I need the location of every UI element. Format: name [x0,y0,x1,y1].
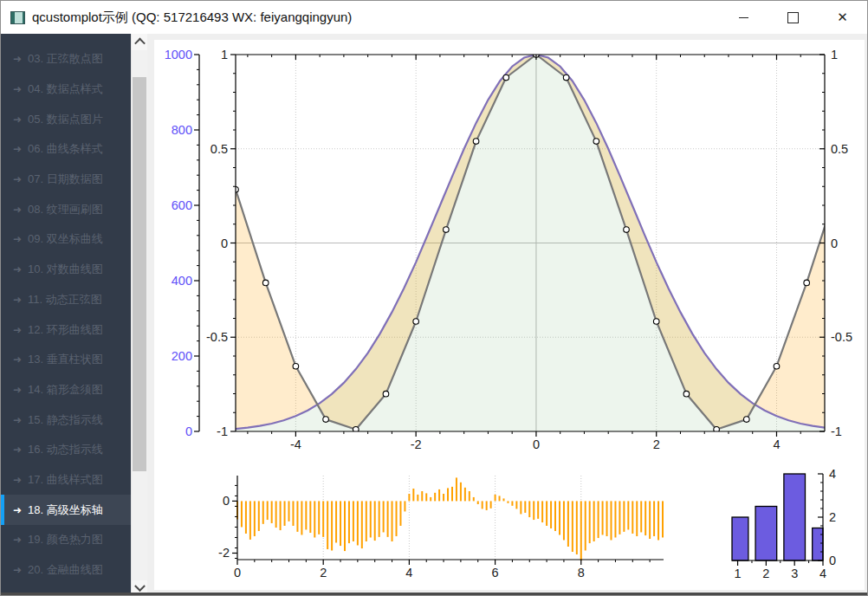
sidebar-item-label: 19. 颜色热力图 [28,532,103,547]
sidebar-item-label: 06. 曲线条样式 [28,141,103,157]
svg-text:2: 2 [829,510,836,524]
sidebar-item-08[interactable]: ➜08. 纹理画刷图 [1,194,131,224]
window-title: qcustomplot示例 (QQ: 517216493 WX: feiyang… [32,10,352,26]
close-button[interactable]: ✕ [818,1,867,34]
selected-accent-bar [1,555,4,586]
arrow-icon: ➜ [13,324,22,336]
arrow-icon: ➜ [13,504,22,516]
svg-text:2: 2 [653,437,660,451]
selected-accent-bar [1,405,4,435]
svg-text:3: 3 [791,567,798,580]
sidebar-item-20[interactable]: ➜20. 金融曲线图 [1,555,131,586]
arrow-icon: ➜ [13,53,22,65]
svg-text:600: 600 [172,198,192,212]
selected-accent-bar [1,525,4,555]
svg-text:0: 0 [185,424,192,438]
selected-accent-bar [1,255,4,285]
chevron-down-icon [134,580,146,592]
sidebar-item-03[interactable]: ➜03. 正弦散点图 [1,44,131,74]
svg-text:400: 400 [172,274,192,288]
sidebar-item-06[interactable]: ➜06. 曲线条样式 [1,134,131,165]
app-window: qcustomplot示例 (QQ: 517216493 WX: feiyang… [0,0,868,596]
svg-text:0: 0 [223,494,230,508]
svg-text:-1: -1 [831,424,842,438]
sidebar-item-05[interactable]: ➜05. 数据点图片 [1,104,131,134]
sidebar-item-label: 04. 数据点样式 [28,81,103,97]
svg-text:8: 8 [578,566,585,580]
arrow-icon: ➜ [13,263,22,275]
sidebar-item-label: 18. 高级坐标轴 [28,502,103,518]
selected-accent-bar [1,345,4,375]
svg-text:-1: -1 [217,424,228,438]
selected-accent-bar [1,165,4,195]
scrollbar-thumb[interactable] [133,77,146,471]
scroll-up-button[interactable] [132,34,147,50]
svg-text:0: 0 [829,554,836,567]
svg-text:4: 4 [819,567,826,580]
maximize-icon [787,12,799,23]
selected-accent-bar [1,465,4,496]
arrow-icon: ➜ [13,534,22,546]
sidebar-item-14[interactable]: ➜14. 箱形盒须图 [1,375,131,405]
plot-page: -4-2024110.50.500-0.5-0.5-1-102004006008… [147,34,868,596]
arrow-icon: ➜ [13,384,22,396]
app-icon [10,11,25,24]
svg-text:1: 1 [735,567,742,580]
sidebar-item-10[interactable]: ➜10. 对数曲线图 [1,255,131,285]
svg-text:800: 800 [172,123,192,137]
sidebar-item-label: 17. 曲线样式图 [28,472,103,488]
window-controls: ✕ [719,1,867,34]
svg-text:1: 1 [831,48,838,62]
sidebar-item-04[interactable]: ➜04. 数据点样式 [1,74,131,105]
sidebar-item-label: 14. 箱形盒须图 [28,382,103,398]
sidebar-item-label: 15. 静态指示线 [28,412,103,428]
sidebar-item-19[interactable]: ➜19. 颜色热力图 [1,525,131,555]
arrow-icon: ➜ [13,113,22,126]
minimize-button[interactable] [719,1,768,34]
selected-accent-bar [1,194,4,224]
qcustomplot-canvas[interactable]: -4-2024110.50.500-0.5-0.5-1-102004006008… [147,34,868,596]
sidebar-item-12[interactable]: ➜12. 环形曲线图 [1,314,131,345]
sidebar-item-label: 13. 垂直柱状图 [28,352,103,367]
svg-text:0: 0 [831,236,838,250]
selected-accent-bar [1,375,4,405]
selected-accent-bar [1,495,4,525]
sidebar-item-13[interactable]: ➜13. 垂直柱状图 [1,345,131,375]
sidebar-item-07[interactable]: ➜07. 日期数据图 [1,165,131,195]
bar [813,528,823,561]
sidebar-item-label: 05. 数据点图片 [28,112,103,127]
sidebar-item-16[interactable]: ➜16. 动态指示线 [1,435,131,465]
arrow-icon: ➜ [13,233,22,245]
svg-text:4: 4 [405,566,412,580]
selected-accent-bar [1,314,4,345]
svg-text:-2: -2 [411,437,422,451]
svg-text:1: 1 [221,48,228,62]
sidebar-item-label: 08. 纹理画刷图 [28,202,103,217]
sidebar-item-11[interactable]: ➜11. 动态正弦图 [1,285,131,315]
sidebar-item-label: 03. 正弦散点图 [28,51,103,67]
main-axis-rect: -4-2024110.50.500-0.5-0.5-1-102004006008… [165,48,852,451]
sidebar-item-15[interactable]: ➜15. 静态指示线 [1,405,131,435]
sidebar-item-label: 10. 对数曲线图 [28,262,103,277]
selected-accent-bar [1,435,4,465]
sidebar-scrollbar[interactable] [131,34,147,596]
selected-accent-bar [1,104,4,134]
maximize-button[interactable] [768,1,818,34]
close-icon: ✕ [837,10,848,25]
svg-text:-0.5: -0.5 [206,330,228,344]
sidebar-item-17[interactable]: ➜17. 曲线样式图 [1,465,131,496]
sidebar-item-09[interactable]: ➜09. 双坐标曲线 [1,224,131,255]
arrow-icon: ➜ [13,564,22,576]
arrow-icon: ➜ [13,83,22,95]
svg-text:4: 4 [829,467,836,481]
svg-text:200: 200 [172,349,192,363]
sidebar: ➜03. 正弦散点图➜04. 数据点样式➜05. 数据点图片➜06. 曲线条样式… [1,34,131,596]
svg-text:0: 0 [221,236,228,250]
sidebar-item-label: 12. 环形曲线图 [28,322,103,338]
sidebar-item-18[interactable]: ➜18. 高级坐标轴 [1,495,131,525]
svg-text:6: 6 [492,566,499,580]
chevron-up-icon [134,38,146,49]
selected-accent-bar [1,285,4,315]
arrow-icon: ➜ [13,444,22,456]
impulse-subplot: 0-202468 [218,476,664,580]
